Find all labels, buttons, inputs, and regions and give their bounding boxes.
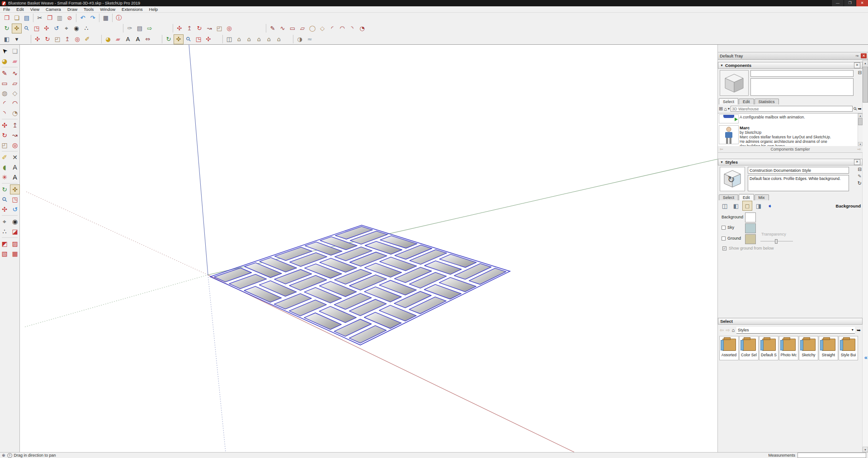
prev-collection-icon[interactable]: ⇦: [720, 147, 723, 151]
scroll-up-icon[interactable]: ▲: [858, 113, 863, 118]
collection-name[interactable]: Components Sampler: [723, 147, 858, 151]
make-component-icon[interactable]: ❏: [10, 46, 20, 56]
scroll-up-icon[interactable]: ▲: [863, 60, 868, 66]
style-collection-style-bui[interactable]: Style Bui: [839, 336, 858, 360]
components-section-header[interactable]: ▼ Components ✕: [718, 62, 863, 69]
zoom-window-icon[interactable]: ◳: [10, 194, 20, 204]
style-collection-sketchy[interactable]: Sketchy: [799, 336, 818, 360]
collections-dropdown[interactable]: Styles ▾: [736, 327, 855, 334]
next-collection-icon[interactable]: ⇨: [857, 147, 861, 151]
freehand-icon[interactable]: ∿: [10, 68, 20, 78]
protractor-icon[interactable]: ◖: [0, 162, 9, 172]
axes-icon[interactable]: ✳: [0, 172, 9, 182]
scale-icon[interactable]: ◰: [0, 140, 9, 150]
menu-view[interactable]: View: [27, 7, 42, 12]
move-icon[interactable]: ✣: [175, 24, 184, 33]
scale-icon[interactable]: ◰: [214, 24, 224, 33]
scale-alt-icon[interactable]: ◰: [52, 34, 62, 44]
warehouse-search-input[interactable]: [731, 106, 853, 112]
orbit-icon[interactable]: ↻: [2, 24, 12, 33]
two-point-arc-icon[interactable]: ◠: [10, 98, 20, 108]
styles-close-icon[interactable]: ✕: [854, 159, 860, 165]
section-fill-icon[interactable]: ▨: [10, 239, 20, 249]
paint-bucket-icon[interactable]: ◕: [0, 56, 9, 66]
select-section-header[interactable]: Select: [718, 318, 863, 325]
secondary-pane-icon[interactable]: ⊟: [858, 70, 862, 75]
zoom-extents-alt-icon[interactable]: ✣: [203, 34, 213, 44]
tray-close-icon[interactable]: ✕: [861, 53, 867, 58]
collapse-tray-chevron-icon[interactable]: «: [864, 354, 868, 361]
view-in-model-icon[interactable]: ➥: [857, 327, 861, 333]
rectangle-icon[interactable]: ▭: [288, 24, 297, 33]
paste-icon[interactable]: ▥: [55, 13, 65, 23]
pie-icon[interactable]: ◔: [10, 108, 20, 118]
line-icon[interactable]: ✎: [0, 68, 9, 78]
background-settings-icon[interactable]: ◻: [742, 201, 752, 211]
menu-camera[interactable]: Camera: [42, 7, 64, 12]
front-view-icon[interactable]: ⌂: [254, 34, 264, 44]
orbit-alt-icon[interactable]: ↻: [164, 34, 174, 44]
section-display-icon[interactable]: ◩: [0, 239, 9, 249]
iso-view-icon[interactable]: ⌂: [234, 34, 244, 44]
move-icon[interactable]: ✣: [0, 120, 9, 130]
navigate-icon[interactable]: ➥: [858, 106, 862, 111]
tray-title-bar[interactable]: Default Tray ✑ ✕: [718, 52, 868, 60]
push-pull-icon[interactable]: ↥: [10, 120, 20, 130]
menu-file[interactable]: File: [0, 7, 13, 12]
print-icon[interactable]: ▦: [101, 13, 111, 23]
zoom-alt-icon[interactable]: ⚲: [184, 34, 193, 44]
eraser-icon[interactable]: ▰: [113, 34, 123, 44]
sky-checkbox[interactable]: [722, 226, 726, 230]
search-icon[interactable]: ⚲: [852, 106, 858, 112]
arc-icon[interactable]: ◜: [0, 98, 9, 108]
collapse-icon[interactable]: ▼: [720, 161, 723, 164]
minimize-button[interactable]: —: [831, 0, 844, 6]
tab-edit[interactable]: Edit: [739, 194, 754, 200]
offset-icon[interactable]: ◎: [224, 24, 234, 33]
sky-color-swatch[interactable]: [745, 223, 756, 233]
model-info-icon[interactable]: ⓘ: [114, 13, 124, 23]
edge-settings-icon[interactable]: ◫: [720, 201, 730, 211]
offset-alt-icon[interactable]: ◎: [72, 34, 82, 44]
slider-thumb[interactable]: [775, 239, 778, 244]
menu-help[interactable]: Help: [146, 7, 161, 12]
push-pull-icon[interactable]: ↥: [184, 24, 194, 33]
tab-select[interactable]: Select: [719, 98, 738, 104]
copy-icon[interactable]: ❐: [45, 13, 55, 23]
model-viewport[interactable]: [20, 45, 717, 452]
back-edges-icon[interactable]: ◫: [224, 34, 234, 44]
components-list[interactable]: A configurable mailbox with animation. M…: [718, 113, 863, 146]
pan-alt-icon[interactable]: ✜: [174, 34, 184, 44]
cut-icon[interactable]: ✂: [35, 13, 45, 23]
save-file-icon[interactable]: ▤: [22, 13, 32, 23]
3d-text-icon[interactable]: A: [10, 172, 20, 182]
transparency-slider[interactable]: [760, 239, 793, 244]
pin-component-icon[interactable]: ✑: [125, 24, 135, 33]
update-style-icon[interactable]: ↻: [858, 180, 862, 186]
freehand-icon[interactable]: ∿: [278, 24, 288, 33]
shadows-icon[interactable]: ◑: [295, 34, 305, 44]
rotate-icon[interactable]: ↻: [194, 24, 204, 33]
geolocation-icon[interactable]: ⊕: [2, 453, 5, 458]
tab-statistics[interactable]: Statistics: [755, 99, 779, 104]
eraser-icon[interactable]: ▰: [10, 56, 20, 66]
face-style-icon[interactable]: ◧: [2, 34, 12, 44]
zoom-window-alt-icon[interactable]: ◳: [193, 34, 203, 44]
undo-icon[interactable]: ↶: [78, 13, 88, 23]
select-icon[interactable]: ➤: [0, 46, 9, 56]
three-point-arc-icon[interactable]: ◝: [0, 108, 9, 118]
show-ground-checkbox[interactable]: ✓: [722, 246, 726, 250]
tab-edit[interactable]: Edit: [739, 99, 754, 104]
pan-icon[interactable]: ✜: [10, 184, 20, 194]
right-view-icon[interactable]: ⌂: [264, 34, 274, 44]
tab-select[interactable]: Select: [719, 194, 738, 200]
back-icon[interactable]: ⇦: [720, 327, 724, 333]
zoom-icon[interactable]: ⚲: [0, 194, 9, 204]
list-item[interactable]: A configurable mailbox with animation.: [718, 113, 863, 124]
look-around-icon[interactable]: ◉: [10, 217, 20, 227]
dimension-icon[interactable]: ✕: [10, 152, 20, 162]
3d-text-icon[interactable]: A: [133, 34, 143, 44]
scroll-down-icon[interactable]: ▼: [858, 142, 863, 146]
follow-me-icon[interactable]: ↝: [10, 130, 20, 140]
zoom-icon[interactable]: ⚲: [22, 24, 32, 33]
